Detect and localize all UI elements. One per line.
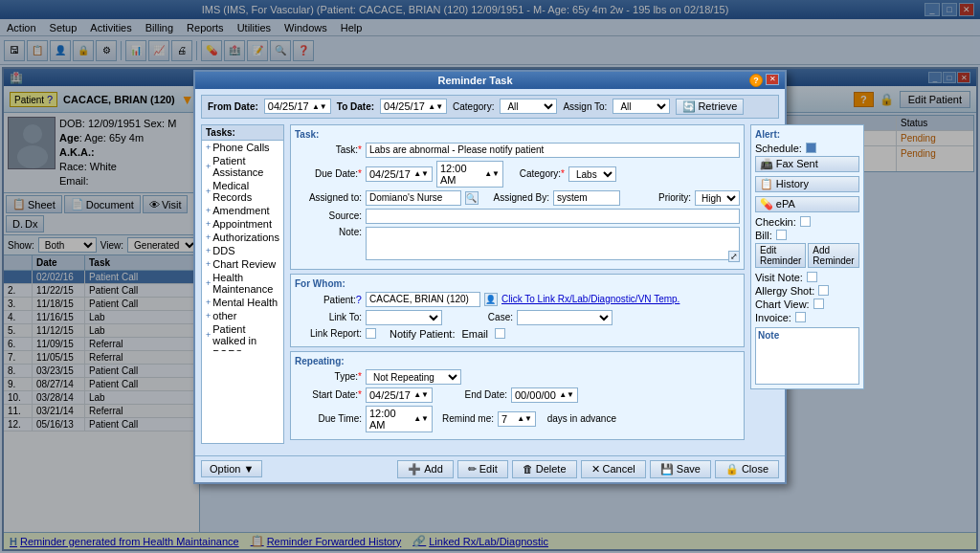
priority-select[interactable]: High: [695, 190, 740, 206]
link-rx-lab-link[interactable]: Click To Link Rx/Lab/Diagnostic/VN Temp.: [501, 294, 679, 304]
task-patient-assistance[interactable]: + Patient Assistance: [202, 154, 283, 179]
modal-title-bar: Reminder Task ? ✕: [195, 72, 785, 89]
expand-icon-am: +: [206, 206, 211, 215]
task-pqrs[interactable]: + PQRS: [202, 347, 283, 351]
case-select[interactable]: [517, 310, 612, 325]
note-expand-btn[interactable]: ⤢: [728, 251, 740, 262]
save-icon: 💾: [660, 463, 674, 476]
category-filter-select[interactable]: All: [500, 99, 557, 114]
task-other[interactable]: + other: [202, 309, 283, 322]
to-date-input[interactable]: 04/25/17 ▲▼: [380, 99, 447, 114]
link-to-select[interactable]: [366, 310, 442, 325]
expand-icon-pqrs: +: [206, 349, 211, 351]
due-time-rep-input[interactable]: 12:00 AM ▲▼: [366, 406, 433, 432]
save-button[interactable]: 💾 Save: [650, 460, 711, 478]
for-whom-section: For Whom: Patient:? 👤 Click To Link Rx/L…: [290, 274, 745, 347]
assigned-to-input[interactable]: [366, 190, 461, 206]
alert-label: Alert:: [755, 129, 859, 140]
checkin-checkbox[interactable]: [800, 216, 811, 227]
fax-sent-btn[interactable]: 📠 Fax Sent: [755, 156, 859, 172]
repeat-type-select[interactable]: Not Repeating: [366, 369, 461, 385]
schedule-checkbox[interactable]: [806, 143, 816, 153]
bill-checkbox[interactable]: [776, 230, 787, 240]
link-to-row: Link To: Case:: [295, 310, 740, 325]
task-authorizations[interactable]: + Authorizations: [202, 231, 283, 244]
source-input[interactable]: [366, 209, 740, 224]
tasks-tree-header: Tasks:: [202, 125, 283, 141]
task-medical-records[interactable]: + Medical Records: [202, 179, 283, 204]
fax-icon: 📠: [760, 158, 773, 169]
task-dds[interactable]: + DDS: [202, 244, 283, 257]
option-dropdown-btn[interactable]: Option ▼: [201, 460, 262, 477]
close-modal-button[interactable]: 🔒 Close: [715, 460, 779, 478]
modal-footer: Option ▼ ➕ Add ✏ Edit 🗑 Delete ✕ C: [195, 455, 785, 482]
task-walked-in[interactable]: + Patient walked in: [202, 322, 283, 347]
due-time-input[interactable]: 12:00 AM ▲▼: [436, 161, 503, 188]
expand-icon-dds: +: [206, 246, 211, 255]
task-mental-health[interactable]: + Mental Health: [202, 296, 283, 309]
patient-form-label: Patient:?: [295, 294, 362, 305]
task-health-maintenance[interactable]: + Health Maintenance: [202, 271, 283, 296]
add-button[interactable]: ➕ Add: [397, 460, 454, 478]
assign-to-select[interactable]: All: [612, 99, 670, 114]
note-label: Note:: [295, 227, 362, 237]
edit-button[interactable]: ✏ Edit: [457, 460, 508, 478]
notify-label: Notify Patient:: [390, 328, 455, 340]
tasks-tree-panel: Tasks: + Phone Calls + Patient Assistanc…: [201, 124, 284, 444]
to-date-label: To Date:: [337, 101, 374, 112]
repeat-dates-row: Start Date: 04/25/17 ▲▼ End Date: 00/00/…: [295, 387, 740, 403]
epa-btn[interactable]: 💊 ePA: [755, 196, 859, 212]
source-row: Source:: [295, 209, 740, 224]
days-in-advance: days in advance: [540, 413, 616, 424]
task-phone-calls[interactable]: + Phone Calls: [202, 141, 283, 154]
modal-help-btn[interactable]: ?: [749, 74, 763, 87]
task-name-input[interactable]: [366, 143, 740, 158]
chart-view-checkbox[interactable]: [813, 299, 824, 309]
invoice-checkbox[interactable]: [795, 312, 806, 322]
expand-icon-ap: +: [206, 219, 211, 229]
allergy-shot-checkbox[interactable]: [818, 285, 829, 296]
due-date-input[interactable]: 04/25/17 ▲▼: [366, 166, 433, 182]
from-date-input[interactable]: 04/25/17 ▲▼: [264, 99, 331, 114]
invoice-row: Invoice:: [755, 312, 859, 323]
schedule-label: Schedule:: [755, 143, 802, 154]
delete-button[interactable]: 🗑 Delete: [512, 460, 577, 478]
patient-q-btn[interactable]: ?: [356, 294, 362, 305]
assigned-to-icon-btn[interactable]: 🔍: [465, 191, 479, 205]
task-amendment[interactable]: + Amendment: [202, 204, 283, 217]
remind-days-input[interactable]: 7 ▲▼: [498, 411, 536, 427]
repeat-type-row: Type: Not Repeating: [295, 369, 740, 385]
modal-close-x[interactable]: ✕: [766, 74, 779, 85]
cancel-button[interactable]: ✕ Cancel: [581, 460, 646, 478]
visit-note-checkbox[interactable]: [807, 272, 817, 282]
add-reminder-btn[interactable]: Add Reminder: [808, 243, 858, 268]
start-date-input[interactable]: 04/25/17 ▲▼: [366, 387, 433, 403]
notify-method: Email: [461, 328, 488, 340]
task-info-section: Task: Task: Due Date: 04/25/17 ▲▼: [290, 124, 745, 270]
patient-search-btn[interactable]: 👤: [484, 293, 498, 306]
schedule-row: Schedule:: [755, 143, 859, 154]
patient-row: Patient:? 👤 Click To Link Rx/Lab/Diagnos…: [295, 292, 740, 307]
patient-name-input[interactable]: [366, 292, 480, 307]
note-textarea[interactable]: [366, 227, 740, 260]
edit-reminder-btn[interactable]: Edit Reminder: [755, 243, 806, 268]
expand-icon-wi: +: [206, 330, 211, 340]
assigned-by-input[interactable]: [553, 190, 620, 206]
link-report-checkbox[interactable]: [366, 328, 376, 339]
footer-buttons: ➕ Add ✏ Edit 🗑 Delete ✕ Cancel 💾 Sav: [397, 460, 779, 478]
expand-icon-phone: +: [206, 143, 211, 152]
checkin-row: Checkin:: [755, 216, 859, 228]
end-date-input[interactable]: 00/00/00 ▲▼: [511, 387, 578, 403]
to-date-arrow[interactable]: ▲▼: [428, 102, 443, 111]
from-date-arrow[interactable]: ▲▼: [312, 102, 327, 111]
link-to-label: Link To:: [295, 312, 362, 322]
notify-checkbox[interactable]: [495, 328, 505, 339]
modal-retrieve-btn[interactable]: 🔄 Retrieve: [676, 99, 744, 115]
history-btn[interactable]: 📋 History: [755, 176, 859, 192]
task-appointment[interactable]: + Appointment: [202, 217, 283, 231]
alert-buttons-row: 📠 Fax Sent 📋 History 💊 ePA: [755, 156, 859, 214]
task-chart-review[interactable]: + Chart Review: [202, 257, 283, 271]
category-form-select[interactable]: Labs: [568, 166, 616, 182]
bill-row: Bill:: [755, 230, 859, 241]
category-label-form: Category:: [507, 168, 565, 179]
